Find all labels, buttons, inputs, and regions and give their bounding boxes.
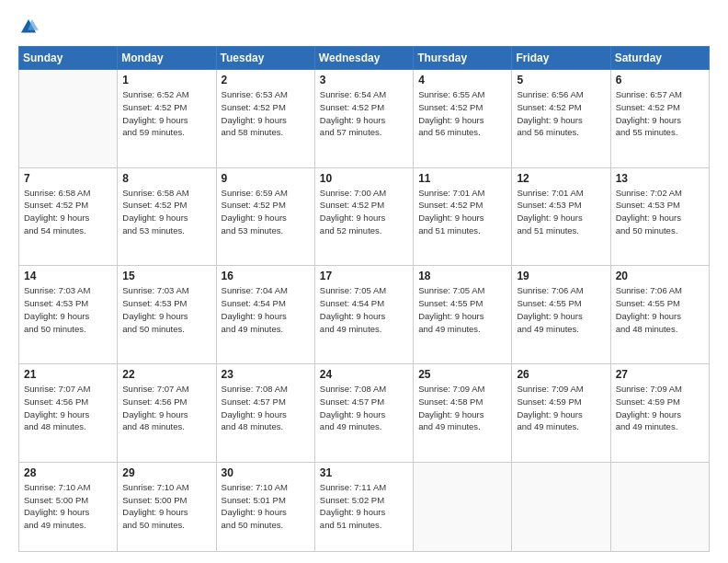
calendar-week-row: 7Sunrise: 6:58 AMSunset: 4:52 PMDaylight… — [19, 167, 710, 266]
day-number: 30 — [222, 466, 310, 479]
day-info: Sunrise: 7:00 AMSunset: 4:52 PMDaylight:… — [320, 187, 408, 237]
day-info: Sunrise: 7:03 AMSunset: 4:53 PMDaylight:… — [24, 284, 112, 335]
calendar-cell: 13Sunrise: 7:02 AMSunset: 4:53 PMDayligh… — [610, 167, 709, 266]
day-info: Sunrise: 6:54 AMSunset: 4:52 PMDaylight:… — [320, 88, 408, 139]
day-info: Sunrise: 7:09 AMSunset: 4:59 PMDaylight:… — [517, 383, 605, 433]
day-info: Sunrise: 7:07 AMSunset: 4:56 PMDaylight:… — [24, 383, 112, 433]
day-header-monday: Monday — [118, 47, 216, 70]
calendar-cell: 5Sunrise: 6:56 AMSunset: 4:52 PMDaylight… — [512, 70, 610, 168]
day-info: Sunrise: 7:01 AMSunset: 4:53 PMDaylight:… — [517, 187, 605, 237]
day-number: 2 — [222, 74, 310, 86]
calendar-cell: 21Sunrise: 7:07 AMSunset: 4:56 PMDayligh… — [19, 364, 118, 463]
calendar-cell: 1Sunrise: 6:52 AMSunset: 4:52 PMDaylight… — [118, 70, 216, 168]
page: SundayMondayTuesdayWednesdayThursdayFrid… — [0, 0, 728, 563]
day-info: Sunrise: 7:03 AMSunset: 4:53 PMDaylight:… — [122, 284, 210, 335]
day-header-friday: Friday — [512, 47, 610, 70]
day-info: Sunrise: 7:05 AMSunset: 4:54 PMDaylight:… — [320, 284, 408, 335]
day-number: 3 — [320, 74, 408, 86]
calendar-cell: 28Sunrise: 7:10 AMSunset: 5:00 PMDayligh… — [19, 462, 118, 551]
calendar-cell: 20Sunrise: 7:06 AMSunset: 4:55 PMDayligh… — [610, 266, 709, 364]
calendar-cell: 31Sunrise: 7:11 AMSunset: 5:02 PMDayligh… — [314, 462, 413, 551]
calendar-cell: 3Sunrise: 6:54 AMSunset: 4:52 PMDaylight… — [314, 70, 413, 168]
calendar-cell: 27Sunrise: 7:09 AMSunset: 4:59 PMDayligh… — [610, 364, 709, 463]
day-info: Sunrise: 7:04 AMSunset: 4:54 PMDaylight:… — [222, 284, 310, 335]
day-number: 18 — [418, 270, 506, 282]
day-number: 25 — [418, 368, 506, 381]
day-header-saturday: Saturday — [610, 47, 709, 70]
day-header-thursday: Thursday — [414, 47, 512, 70]
day-number: 14 — [24, 270, 112, 282]
day-header-wednesday: Wednesday — [314, 47, 413, 70]
day-info: Sunrise: 6:58 AMSunset: 4:52 PMDaylight:… — [122, 187, 210, 237]
day-number: 21 — [24, 368, 112, 381]
calendar-cell: 14Sunrise: 7:03 AMSunset: 4:53 PMDayligh… — [19, 266, 118, 364]
day-number: 7 — [24, 172, 112, 185]
calendar-cell: 25Sunrise: 7:09 AMSunset: 4:58 PMDayligh… — [414, 364, 512, 463]
day-number: 17 — [320, 270, 408, 282]
calendar-week-row: 14Sunrise: 7:03 AMSunset: 4:53 PMDayligh… — [19, 266, 710, 364]
day-number: 26 — [517, 368, 605, 381]
calendar-cell: 7Sunrise: 6:58 AMSunset: 4:52 PMDaylight… — [19, 167, 118, 266]
calendar-cell: 2Sunrise: 6:53 AMSunset: 4:52 PMDaylight… — [216, 70, 314, 168]
day-number: 10 — [320, 172, 408, 185]
day-info: Sunrise: 6:53 AMSunset: 4:52 PMDaylight:… — [222, 88, 310, 139]
calendar-table: SundayMondayTuesdayWednesdayThursdayFrid… — [18, 46, 710, 552]
day-info: Sunrise: 6:59 AMSunset: 4:52 PMDaylight:… — [222, 187, 310, 237]
calendar-cell: 4Sunrise: 6:55 AMSunset: 4:52 PMDaylight… — [414, 70, 512, 168]
day-info: Sunrise: 7:06 AMSunset: 4:55 PMDaylight:… — [616, 284, 704, 335]
day-info: Sunrise: 7:10 AMSunset: 5:00 PMDaylight:… — [122, 481, 210, 532]
calendar-cell: 26Sunrise: 7:09 AMSunset: 4:59 PMDayligh… — [512, 364, 610, 463]
day-number: 28 — [24, 466, 112, 479]
calendar-cell: 8Sunrise: 6:58 AMSunset: 4:52 PMDaylight… — [118, 167, 216, 266]
calendar-cell: 17Sunrise: 7:05 AMSunset: 4:54 PMDayligh… — [314, 266, 413, 364]
calendar-week-row: 21Sunrise: 7:07 AMSunset: 4:56 PMDayligh… — [19, 364, 710, 463]
day-number: 9 — [222, 172, 310, 185]
day-info: Sunrise: 7:02 AMSunset: 4:53 PMDaylight:… — [616, 187, 704, 237]
calendar-cell: 12Sunrise: 7:01 AMSunset: 4:53 PMDayligh… — [512, 167, 610, 266]
calendar-cell: 15Sunrise: 7:03 AMSunset: 4:53 PMDayligh… — [118, 266, 216, 364]
day-number: 31 — [320, 466, 408, 479]
day-number: 16 — [222, 270, 310, 282]
day-number: 29 — [122, 466, 210, 479]
calendar-cell: 9Sunrise: 6:59 AMSunset: 4:52 PMDaylight… — [216, 167, 314, 266]
day-info: Sunrise: 6:55 AMSunset: 4:52 PMDaylight:… — [418, 88, 506, 139]
day-info: Sunrise: 7:08 AMSunset: 4:57 PMDaylight:… — [222, 383, 310, 433]
day-number: 20 — [616, 270, 704, 282]
calendar-cell — [512, 462, 610, 551]
calendar-cell: 16Sunrise: 7:04 AMSunset: 4:54 PMDayligh… — [216, 266, 314, 364]
day-number: 23 — [222, 368, 310, 381]
calendar-cell: 6Sunrise: 6:57 AMSunset: 4:52 PMDaylight… — [610, 70, 709, 168]
calendar-cell: 18Sunrise: 7:05 AMSunset: 4:55 PMDayligh… — [414, 266, 512, 364]
calendar-cell — [414, 462, 512, 551]
day-info: Sunrise: 7:01 AMSunset: 4:52 PMDaylight:… — [418, 187, 506, 237]
day-info: Sunrise: 6:52 AMSunset: 4:52 PMDaylight:… — [122, 88, 210, 139]
day-info: Sunrise: 7:06 AMSunset: 4:55 PMDaylight:… — [517, 284, 605, 335]
day-info: Sunrise: 7:11 AMSunset: 5:02 PMDaylight:… — [320, 481, 408, 532]
calendar-cell — [610, 462, 709, 551]
day-info: Sunrise: 6:56 AMSunset: 4:52 PMDaylight:… — [517, 88, 605, 139]
day-info: Sunrise: 7:09 AMSunset: 4:59 PMDaylight:… — [616, 383, 704, 433]
day-number: 13 — [616, 172, 704, 185]
day-info: Sunrise: 7:09 AMSunset: 4:58 PMDaylight:… — [418, 383, 506, 433]
day-number: 5 — [517, 74, 605, 86]
day-number: 12 — [517, 172, 605, 185]
day-info: Sunrise: 6:58 AMSunset: 4:52 PMDaylight:… — [24, 187, 112, 237]
day-info: Sunrise: 7:07 AMSunset: 4:56 PMDaylight:… — [122, 383, 210, 433]
day-info: Sunrise: 7:10 AMSunset: 5:00 PMDaylight:… — [24, 481, 112, 532]
day-number: 8 — [122, 172, 210, 185]
calendar-week-row: 28Sunrise: 7:10 AMSunset: 5:00 PMDayligh… — [19, 462, 710, 551]
calendar-cell: 11Sunrise: 7:01 AMSunset: 4:52 PMDayligh… — [414, 167, 512, 266]
calendar-cell: 30Sunrise: 7:10 AMSunset: 5:01 PMDayligh… — [216, 462, 314, 551]
day-number: 6 — [616, 74, 704, 86]
calendar-cell: 10Sunrise: 7:00 AMSunset: 4:52 PMDayligh… — [314, 167, 413, 266]
day-number: 4 — [418, 74, 506, 86]
calendar-header-row: SundayMondayTuesdayWednesdayThursdayFrid… — [19, 47, 710, 70]
calendar-cell: 23Sunrise: 7:08 AMSunset: 4:57 PMDayligh… — [216, 364, 314, 463]
calendar-cell: 29Sunrise: 7:10 AMSunset: 5:00 PMDayligh… — [118, 462, 216, 551]
logo-icon — [18, 17, 39, 37]
logo — [18, 17, 42, 37]
day-info: Sunrise: 7:08 AMSunset: 4:57 PMDaylight:… — [320, 383, 408, 433]
day-number: 27 — [616, 368, 704, 381]
day-info: Sunrise: 7:10 AMSunset: 5:01 PMDaylight:… — [222, 481, 310, 532]
day-number: 11 — [418, 172, 506, 185]
